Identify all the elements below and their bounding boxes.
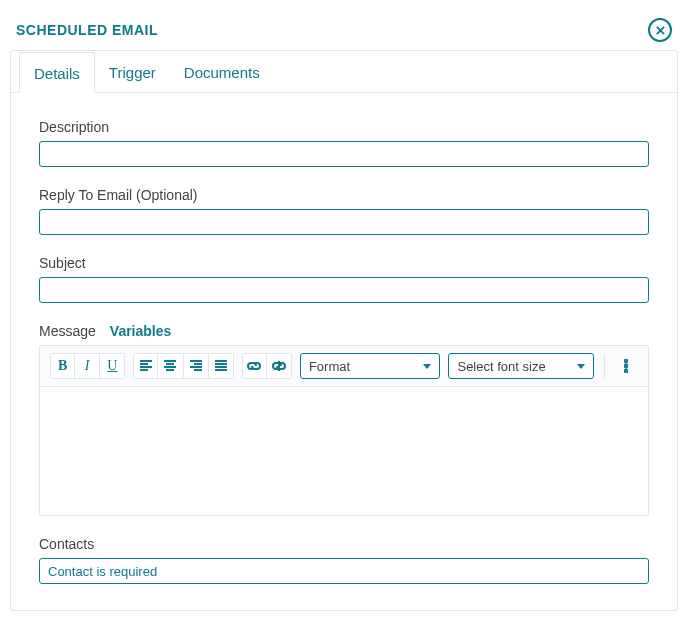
link-group: [242, 353, 292, 379]
modal-title: SCHEDULED EMAIL: [16, 22, 158, 38]
unlink-button[interactable]: [267, 353, 292, 379]
message-label: Message: [39, 323, 96, 339]
align-group: [133, 353, 233, 379]
more-button[interactable]: [615, 353, 638, 379]
italic-button[interactable]: I: [75, 353, 100, 379]
align-right-icon: [189, 360, 203, 372]
unlink-icon: [271, 359, 287, 373]
bold-button[interactable]: B: [50, 353, 75, 379]
message-textarea[interactable]: [40, 387, 648, 515]
svg-point-1: [625, 365, 628, 368]
align-right-button[interactable]: [184, 353, 209, 379]
message-field: Message Variables B I U: [39, 323, 649, 516]
format-select-label: Format: [309, 359, 350, 374]
align-justify-button[interactable]: [209, 353, 234, 379]
align-center-icon: [163, 360, 177, 372]
tab-trigger[interactable]: Trigger: [95, 52, 170, 93]
link-button[interactable]: [242, 353, 267, 379]
rich-text-editor: B I U: [39, 345, 649, 516]
reply-to-field: Reply To Email (Optional): [39, 187, 649, 235]
svg-point-2: [625, 370, 628, 373]
toolbar-divider: [604, 354, 605, 378]
chevron-down-icon: [423, 364, 431, 369]
tab-details[interactable]: Details: [19, 52, 95, 93]
description-input[interactable]: [39, 141, 649, 167]
editor-toolbar: B I U: [40, 346, 648, 387]
modal-header: SCHEDULED EMAIL: [10, 10, 678, 50]
align-left-icon: [139, 360, 153, 372]
tab-documents[interactable]: Documents: [170, 52, 274, 93]
fontsize-select[interactable]: Select font size: [448, 353, 593, 379]
description-label: Description: [39, 119, 649, 135]
align-justify-icon: [214, 360, 228, 372]
close-icon: [655, 25, 666, 36]
align-center-button[interactable]: [158, 353, 183, 379]
modal-panel: Details Trigger Documents Description Re…: [10, 50, 678, 611]
link-icon: [246, 359, 262, 373]
contacts-field: Contacts: [39, 536, 649, 584]
variables-link[interactable]: Variables: [110, 323, 172, 339]
contacts-input[interactable]: [39, 558, 649, 584]
align-left-button[interactable]: [133, 353, 158, 379]
scheduled-email-modal: SCHEDULED EMAIL Details Trigger Document…: [0, 0, 688, 622]
description-field: Description: [39, 119, 649, 167]
chevron-down-icon: [577, 364, 585, 369]
subject-field: Subject: [39, 255, 649, 303]
tab-bar: Details Trigger Documents: [11, 51, 677, 93]
contacts-label: Contacts: [39, 536, 649, 552]
svg-point-0: [625, 360, 628, 363]
reply-to-input[interactable]: [39, 209, 649, 235]
underline-button[interactable]: U: [100, 353, 125, 379]
subject-label: Subject: [39, 255, 649, 271]
reply-to-label: Reply To Email (Optional): [39, 187, 649, 203]
fontsize-select-label: Select font size: [457, 359, 545, 374]
tab-body: Description Reply To Email (Optional) Su…: [11, 93, 677, 610]
kebab-icon: [624, 359, 628, 373]
close-button[interactable]: [648, 18, 672, 42]
text-style-group: B I U: [50, 353, 125, 379]
subject-input[interactable]: [39, 277, 649, 303]
format-select[interactable]: Format: [300, 353, 441, 379]
